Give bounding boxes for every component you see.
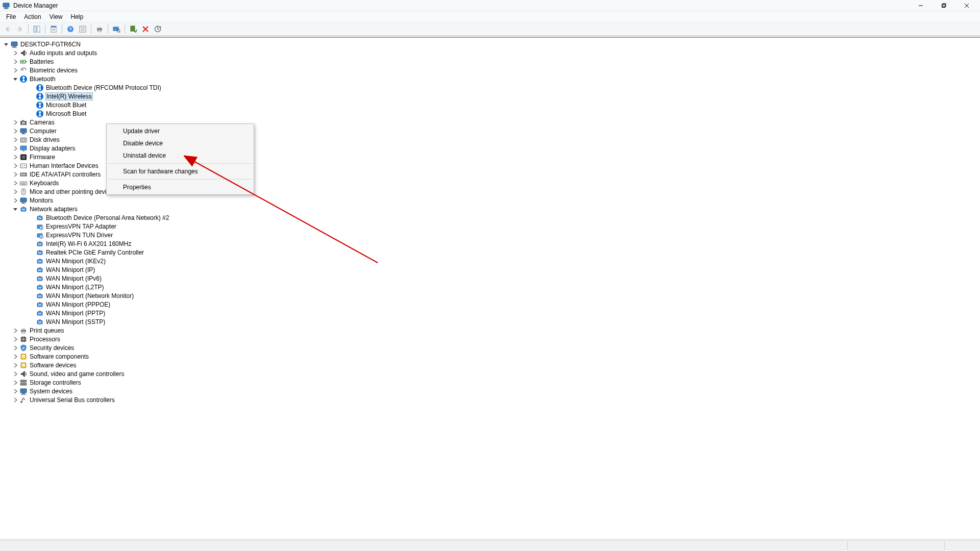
expander-icon[interactable]	[12, 345, 18, 351]
expander-icon[interactable]	[12, 128, 18, 134]
svg-text:?: ?	[69, 27, 72, 32]
expander-icon[interactable]	[12, 336, 18, 342]
tree-category-batteries[interactable]: Batteries	[0, 57, 980, 66]
minimize-button[interactable]	[909, 0, 932, 11]
tree-category-sysdev[interactable]: System devices	[0, 387, 980, 395]
update-driver-button[interactable]	[152, 23, 163, 35]
tree-category-audio[interactable]: Audio inputs and outputs	[0, 48, 980, 57]
tree-device-net3[interactable]: Intel(R) Wi-Fi 6 AX201 160MHz	[0, 239, 980, 248]
expander-icon[interactable]	[12, 67, 18, 73]
ctx-properties[interactable]: Properties	[108, 181, 253, 193]
category-label: Bluetooth	[30, 76, 56, 83]
tree-category-sound[interactable]: Sound, video and game controllers	[0, 369, 980, 378]
tree-device-bt3[interactable]: Microsoft Bluet	[0, 109, 980, 118]
tree-device-net5[interactable]: WAN Miniport (IKEv2)	[0, 257, 980, 265]
show-hide-tree-button[interactable]	[31, 23, 42, 35]
expander-icon[interactable]	[12, 371, 18, 377]
network-icon	[36, 214, 44, 222]
tree-device-net11[interactable]: WAN Miniport (PPTP)	[0, 309, 980, 317]
network-icon	[36, 274, 44, 283]
tree-device-net0[interactable]: Bluetooth Device (Personal Area Network)…	[0, 213, 980, 222]
expander-icon[interactable]	[12, 354, 18, 360]
tree-device-bt1-selected[interactable]: Intel(R) Wireless	[0, 92, 980, 101]
ctx-scan-hardware[interactable]: Scan for hardware changes	[108, 165, 253, 178]
category-label: Processors	[30, 336, 60, 343]
tree-category-usb[interactable]: Universal Serial Bus controllers	[0, 395, 980, 404]
tree-device-net9[interactable]: WAN Miniport (Network Monitor)	[0, 291, 980, 300]
expander-icon[interactable]	[12, 119, 18, 126]
device-tree-container[interactable]: DESKTOP-FGTR6CN Audio inputs and outputs…	[0, 37, 980, 539]
expander-icon[interactable]	[12, 59, 18, 65]
nav-forward-button[interactable]	[14, 23, 26, 35]
menu-file[interactable]: File	[2, 12, 20, 21]
expander-icon[interactable]	[12, 388, 18, 394]
expander-icon[interactable]	[12, 154, 18, 160]
menu-help[interactable]: Help	[67, 12, 88, 21]
category-label: Batteries	[30, 58, 54, 65]
ctx-update-driver[interactable]: Update driver	[108, 125, 253, 137]
window-title: Device Manager	[13, 2, 909, 9]
menu-view[interactable]: View	[45, 12, 67, 21]
nav-back-button[interactable]	[2, 23, 13, 35]
properties-button[interactable]	[48, 23, 59, 35]
expander-icon[interactable]	[12, 163, 18, 169]
ctx-uninstall-device[interactable]: Uninstall device	[108, 149, 253, 162]
ctx-separator	[108, 179, 252, 180]
tree-category-swcomp[interactable]: Software components	[0, 352, 980, 361]
tree-category-printqueues[interactable]: Print queues	[0, 326, 980, 335]
storage-icon	[19, 379, 28, 387]
tree-device-net1[interactable]: ExpressVPN TAP Adapter	[0, 222, 980, 231]
tree-category-processors[interactable]: Processors	[0, 335, 980, 343]
close-button[interactable]	[955, 0, 978, 11]
expander-icon[interactable]	[12, 206, 18, 212]
tree-device-net10[interactable]: WAN Miniport (PPPOE)	[0, 300, 980, 309]
tree-category-biometric[interactable]: Biometric devices	[0, 66, 980, 74]
tree-category-storage[interactable]: Storage controllers	[0, 378, 980, 387]
tree-device-net8[interactable]: WAN Miniport (L2TP)	[0, 283, 980, 291]
enable-device-button[interactable]	[128, 23, 139, 35]
network-icon	[36, 266, 44, 274]
expander-icon[interactable]	[12, 397, 18, 403]
expander-icon[interactable]	[12, 171, 18, 178]
expander-icon[interactable]	[12, 380, 18, 386]
tree-category-network[interactable]: Network adapters	[0, 205, 980, 213]
tree-device-net4[interactable]: Realtek PCIe GbE Family Controller	[0, 248, 980, 257]
tree-device-bt0[interactable]: Bluetooth Device (RFCOMM Protocol TDI)	[0, 83, 980, 92]
category-label: Human Interface Devices	[30, 162, 99, 169]
tree-device-net2[interactable]: ExpressVPN TUN Driver	[0, 231, 980, 239]
expander-icon[interactable]	[12, 50, 18, 56]
device-label: WAN Miniport (SSTP)	[46, 318, 105, 325]
tree-device-net12[interactable]: WAN Miniport (SSTP)	[0, 317, 980, 326]
expander-icon[interactable]	[12, 197, 18, 204]
tree-category-security[interactable]: Security devices	[0, 343, 980, 352]
expander-icon[interactable]	[3, 41, 9, 47]
expander-icon[interactable]	[12, 362, 18, 368]
print-button[interactable]	[94, 23, 105, 35]
category-label: System devices	[30, 388, 72, 395]
network-icon	[36, 318, 44, 326]
menu-action[interactable]: Action	[20, 12, 45, 21]
ctx-separator	[108, 163, 252, 164]
action-menu-button[interactable]	[77, 23, 88, 35]
tree-root[interactable]: DESKTOP-FGTR6CN	[0, 40, 980, 48]
disable-device-button[interactable]	[140, 23, 151, 35]
tree-device-net6[interactable]: WAN Miniport (IP)	[0, 265, 980, 274]
expander-icon[interactable]	[12, 137, 18, 143]
device-label: WAN Miniport (IKEv2)	[46, 258, 106, 265]
maximize-button[interactable]	[932, 0, 955, 11]
expander-icon[interactable]	[12, 145, 18, 152]
tree-category-bluetooth[interactable]: Bluetooth	[0, 74, 980, 83]
tree-device-net7[interactable]: WAN Miniport (IPv6)	[0, 274, 980, 283]
expander-icon[interactable]	[12, 328, 18, 334]
help-button[interactable]: ?	[65, 23, 76, 35]
expander-icon[interactable]	[12, 189, 18, 195]
category-label: Keyboards	[30, 180, 59, 187]
tree-category-monitors[interactable]: Monitors	[0, 196, 980, 205]
tree-device-bt2[interactable]: Microsoft Bluet	[0, 101, 980, 109]
expander-icon[interactable]	[12, 76, 18, 82]
bluetooth-icon	[36, 101, 44, 109]
ctx-disable-device[interactable]: Disable device	[108, 137, 253, 149]
tree-category-swdev[interactable]: Software devices	[0, 361, 980, 369]
scan-hardware-button[interactable]	[111, 23, 122, 35]
expander-icon[interactable]	[12, 180, 18, 186]
